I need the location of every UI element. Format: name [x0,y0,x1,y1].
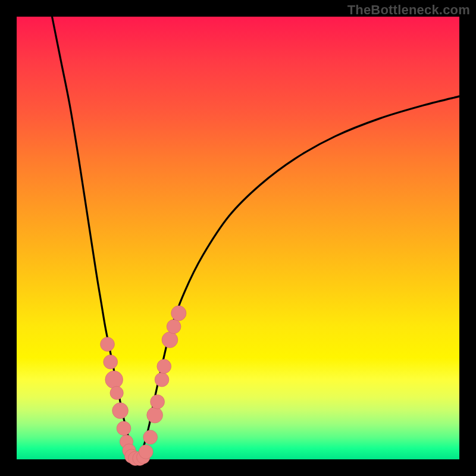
outer-frame: TheBottleneck.com [0,0,476,476]
marker-group [101,306,186,466]
marker-dot [147,407,163,423]
watermark-text: TheBottleneck.com [347,2,470,18]
marker-dot [167,320,181,334]
curve-left-arm [52,17,136,459]
marker-dot [139,444,153,459]
marker-dot [101,337,115,352]
marker-dot [110,386,123,399]
marker-dot [171,306,186,321]
marker-dot [117,421,131,436]
marker-dot [155,372,169,387]
marker-dot [151,394,165,409]
marker-dot [104,355,118,369]
marker-dot [112,403,129,419]
chart-svg [17,17,459,459]
marker-dot [157,359,171,374]
marker-dot [105,371,123,389]
curve-right-arm [136,96,459,459]
marker-dot [143,430,158,444]
marker-dot [162,332,178,348]
